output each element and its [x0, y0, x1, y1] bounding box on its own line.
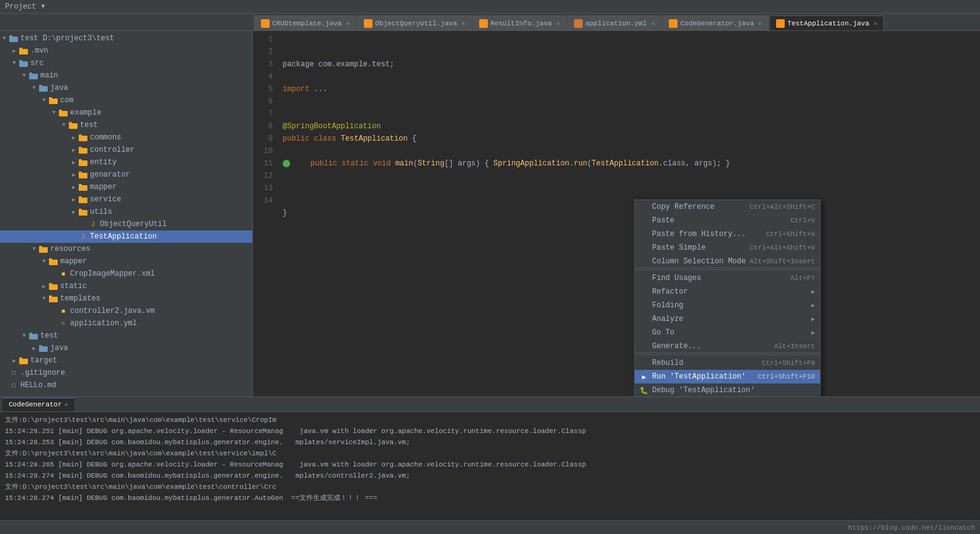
tree-item-java[interactable]: ▼ java — [0, 82, 252, 94]
tree-item-label: target — [30, 356, 57, 365]
tree-item-main[interactable]: ▼ main — [0, 69, 252, 82]
bottom-tab-close-icon[interactable]: ✕ — [64, 401, 68, 408]
tree-item-service[interactable]: ▶ service — [0, 193, 252, 206]
tree-item-java[interactable]: ▶ java — [0, 342, 252, 354]
tab-close-icon[interactable]: ✕ — [873, 20, 877, 27]
code-area[interactable]: 1234567891011121314 package com.example.… — [253, 31, 980, 396]
menu-item-Generate___[interactable]: Generate...Alt+Insert — [635, 339, 820, 353]
menu-item-Refactor[interactable]: Refactor▶ — [635, 285, 820, 299]
tree-item-label: commons — [90, 133, 121, 142]
menu-item-Paste_Simple[interactable]: Paste SimpleCtrl+Alt+Shift+V — [635, 241, 820, 255]
code-content[interactable]: package com.example.test; import ... @Sp… — [278, 33, 980, 396]
tree-item-entity[interactable]: ▶ entity — [0, 156, 252, 169]
tree-item-test[interactable]: ▼ test — [0, 119, 252, 131]
code-line — [283, 71, 980, 83]
svg-rect-30 — [39, 247, 48, 253]
tree-arrow-icon: ▶ — [69, 172, 78, 178]
tree-item-HELLo_md[interactable]: □HELLo.md — [0, 379, 252, 392]
menu-item-label: Copy Reference — [652, 203, 715, 211]
tree-item-mapper[interactable]: ▼ mapper — [0, 255, 252, 268]
tab-close-icon[interactable]: ✕ — [758, 20, 762, 27]
tab-label: ObjectQueryUtil.java — [375, 20, 457, 27]
svg-rect-12 — [59, 111, 68, 116]
menu-item-Find_Usages[interactable]: Find UsagesAlt+F7 — [635, 271, 820, 285]
console-line: 文件:D:\project3\test\src\main\java\com\ex… — [5, 481, 975, 492]
menu-item-Go_To[interactable]: Go To▶ — [635, 326, 820, 339]
menu-item-shortcut: Ctrl+Shift+F9 — [762, 359, 815, 367]
menu-item-Debug__TestApplication_[interactable]: 🐛Debug 'TestApplication' — [635, 383, 820, 396]
tree-item-mapper[interactable]: ▶ mapper — [0, 181, 252, 193]
tree-item-label: test — [40, 331, 58, 340]
menu-item-shortcut: Ctrl+V — [790, 217, 815, 224]
tree-item-target[interactable]: ▶ target — [0, 354, 252, 367]
tab-CodeGenerator_java[interactable]: CodeGenerator.java✕ — [662, 15, 769, 30]
menu-item-shortcut: Alt+Insert — [774, 343, 815, 350]
tree-item-label: genarator — [90, 170, 130, 179]
tab-close-icon[interactable]: ✕ — [556, 20, 560, 27]
svg-rect-37 — [49, 295, 52, 297]
tree-item-utils[interactable]: ▶ utils — [0, 206, 252, 218]
run-gutter-icon[interactable] — [283, 160, 290, 167]
tree-item-_mvn[interactable]: ▶ .mvn — [0, 45, 252, 57]
menu-item-Folding[interactable]: Folding▶ — [635, 299, 820, 312]
line-number: 8 — [253, 120, 273, 133]
project-arrow[interactable]: ▼ — [41, 3, 45, 10]
tree-arrow-icon: ▶ — [10, 48, 19, 55]
menu-item-Paste_from_History___[interactable]: Paste from History...Ctrl+Shift+V — [635, 227, 820, 241]
tree-item-commons[interactable]: ▶ commons — [0, 131, 252, 144]
tab-application_yml[interactable]: application.yml✕ — [567, 15, 661, 30]
tree-item-resources[interactable]: ▼ resources — [0, 243, 252, 255]
tree-item-label: HELLo.md — [20, 381, 56, 390]
tree-item-controller2_java_vm[interactable]: ■controller2.java.vm — [0, 305, 252, 317]
menu-item-Column_Selection_Mode[interactable]: Column Selection ModeAlt+Shift+Insert — [635, 255, 820, 268]
tab-close-icon[interactable]: ✕ — [461, 20, 465, 27]
console-output[interactable]: 文件:D:\project3\test\src\main\java\com\ex… — [0, 412, 980, 520]
tree-file-icon — [58, 108, 68, 117]
tree-item-application_yml[interactable]: ≡application.yml — [0, 317, 252, 330]
menu-item-Paste[interactable]: PasteCtrl+V — [635, 214, 820, 227]
line-number: 6 — [253, 95, 273, 108]
menu-item-shortcut: Alt+Shift+Insert — [749, 258, 815, 265]
tree-item-test[interactable]: ▼ test — [0, 330, 252, 342]
tree-file-icon — [48, 294, 58, 303]
tree-item-CropImageMapper_xml[interactable]: ■CropImageMapper.xml — [0, 268, 252, 280]
tree-item-static[interactable]: ▶ static — [0, 280, 252, 292]
tab-label: application.yml — [585, 20, 647, 27]
tree-item-example[interactable]: ▼ example — [0, 107, 252, 119]
bottom-tab-codegenerator[interactable]: CodeGenerator ✕ — [2, 398, 74, 411]
tab-CRUDtemplate_java[interactable]: CRUDtemplate.java✕ — [254, 15, 356, 30]
main-layout: ▼ test D:\project3\test▶ .mvn▼ src▼ main… — [0, 31, 980, 396]
tab-ResultInfo_java[interactable]: ResultInfo.java✕ — [472, 15, 567, 30]
tree-item-genarator[interactable]: ▶ genarator — [0, 169, 252, 181]
tab-close-icon[interactable]: ✕ — [651, 20, 655, 27]
menu-item-Analyze[interactable]: Analyze▶ — [635, 312, 820, 326]
menu-item-Run__TestApplication_[interactable]: ▶Run 'TestApplication'Ctrl+Shift+F10 — [635, 370, 820, 383]
tree-item-com[interactable]: ▼ com — [0, 94, 252, 107]
tree-item-src[interactable]: ▼ src — [0, 57, 252, 69]
tree-file-icon: □ — [9, 369, 19, 377]
code-line: @SpringBootApplication — [283, 120, 980, 133]
tree-item-label: java — [50, 84, 68, 92]
menu-item-Copy_Reference[interactable]: Copy ReferenceCtrl+Alt+Shift+C — [635, 200, 820, 214]
menu-item-Rebuild[interactable]: RebuildCtrl+Shift+F9 — [635, 356, 820, 370]
tree-item-_gitignore[interactable]: □.gitignore — [0, 367, 252, 379]
tree-item-label: service — [90, 195, 121, 204]
tab-bar: CRUDtemplate.java✕ObjectQueryUtil.java✕R… — [0, 14, 980, 31]
tree-item-TestApplication[interactable]: JTestApplication — [0, 230, 252, 243]
tree-file-icon: J — [88, 220, 98, 229]
svg-rect-9 — [39, 85, 42, 87]
code-line: public static void main(String[] args) {… — [283, 157, 980, 170]
tree-item-controller[interactable]: ▶ controller — [0, 144, 252, 156]
tree-item-test_D__project3_test[interactable]: ▼ test D:\project3\test — [0, 32, 252, 45]
tree-item-label: CropImageMapper.xml — [70, 269, 155, 278]
tab-ObjectQueryUtil_java[interactable]: ObjectQueryUtil.java✕ — [357, 15, 472, 30]
tree-file-icon — [29, 331, 38, 340]
tree-item-ObjectQueryUtil[interactable]: JObjectQueryUtil — [0, 218, 252, 230]
tab-TestApplication_java[interactable]: TestApplication.java✕ — [769, 15, 884, 30]
tree-item-templates[interactable]: ▼ templates — [0, 292, 252, 305]
tab-icon — [669, 19, 678, 28]
tree-file-icon: J — [78, 232, 88, 241]
tab-close-icon[interactable]: ✕ — [346, 20, 350, 27]
console-line: 15:24:28.265 [main] DEBUG org.apache.vel… — [5, 459, 975, 470]
project-label[interactable]: Project — [5, 2, 36, 11]
